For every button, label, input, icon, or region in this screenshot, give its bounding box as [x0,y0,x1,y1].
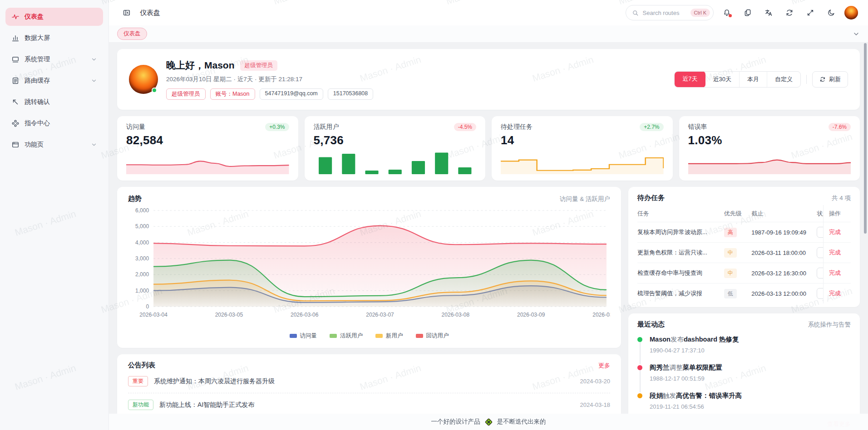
todo-title: 待办任务 [637,194,665,202]
activity-item: Mason发布dashboard 热修复 1990-04-27 17:37:10 [637,335,851,363]
avatar [129,65,158,94]
stat-card: 错误率 -7.6% 1.03% [679,116,860,181]
copy-icon [744,9,752,17]
todo-deadline: 1987-09-16 19:09:49 [751,222,817,243]
date-line: 2026年03月10日 星期二 · 近7天 · 更新于 21:28:17 [166,75,373,83]
todo-task: 检查缓存命中率与慢查询 [637,263,724,283]
todo-done-link[interactable]: 完成 [829,229,841,235]
legend-item[interactable]: 新用户 [375,332,403,340]
reload-button[interactable] [782,5,797,20]
announcement-row[interactable]: 重要 系统维护通知：本周六凌晨进行服务器升级 2024-03-20 [128,370,610,393]
search-box[interactable]: Ctrl K [626,5,714,20]
stat-delta-badge: -4.5% [454,123,476,131]
trend-legend: 访问量 活跃用户 新用户 [128,330,610,342]
sidebar-item[interactable]: 功能页 [5,136,103,154]
online-status-dot [152,88,157,93]
page-title: 仪表盘 [140,9,160,17]
sidebar-item[interactable]: 数据大屏 [5,29,103,47]
todo-deadline: 2026-03-13 12:00:00 [751,283,817,304]
todo-task: 复核本周访问异常波动原... [637,222,724,243]
sidebar-item[interactable]: 跳转确认 [5,93,103,111]
time-range-option[interactable]: 近7天 [674,71,705,88]
todo-done-link[interactable]: 完成 [829,290,841,297]
stat-card: 访问量 +0.3% 82,584 [117,116,298,181]
announcements-more-link[interactable]: 更多 [598,362,610,370]
activity-icon [11,13,20,21]
time-range-option[interactable]: 本月 [739,72,767,87]
announcement-date: 2024-03-18 [580,401,611,408]
priority-badge: 高 [724,228,737,237]
timeline-dot [637,365,642,370]
announcements-card: 公告列表 更多 重要 系统维护通知：本周六凌晨进行服务器升级 2024-03-2… [117,354,621,423]
trend-chart-card: 趋势 访问量 & 活跃用户 01,0002,0003,0004,0005,000… [117,187,621,348]
svg-text:1,000: 1,000 [135,288,149,294]
stat-delta-badge: -7.6% [829,123,851,131]
todo-row: 梳理告警阈值，减少误报 低 2026-03-13 12:00:00 完成 [637,283,851,304]
legend-swatch [330,334,337,338]
user-avatar[interactable] [844,6,858,20]
monitor-icon [11,55,20,64]
todo-task: 梳理告警阈值，减少误报 [637,283,724,304]
timeline-dot [637,393,642,398]
legend-swatch [416,334,423,338]
language-button[interactable] [761,5,776,20]
todo-done-link[interactable]: 完成 [829,249,841,256]
todo-done-link[interactable]: 完成 [829,269,841,276]
activity-item-time: 2019-11-21 06:54:56 [650,403,851,410]
legend-item[interactable]: 访问量 [290,332,317,340]
svg-text:2026-03-10: 2026-03-10 [592,312,610,318]
sidebar-item-label: 路由缓存 [25,77,50,85]
notifications-button[interactable] [719,5,735,20]
docs-button[interactable] [740,5,755,20]
col-action: 操作 [823,205,851,222]
stat-card: 待处理任务 +2.7% 14 [492,116,673,181]
footer: 一个好的设计产品 是不断迭代出来的 [109,414,868,430]
gamepad-icon [11,119,20,127]
announcement-row[interactable]: 新功能 新功能上线：AI智能助手正式发布 2024-03-18 [128,393,610,416]
expand-icon [806,9,814,17]
sidebar-item[interactable]: 路由缓存 [5,72,103,90]
todo-deadline: 2026-03-12 16:30:00 [751,263,817,283]
timeline-dot [637,337,642,342]
activity-item-time: 1988-12-17 00:51:59 [650,375,851,382]
dark-mode-button[interactable] [824,5,839,20]
user-tag: 547471919@qq.com [260,88,323,100]
tab-dashboard[interactable]: 仪表盘 [117,28,147,40]
stat-label: 错误率 [688,123,707,131]
legend-swatch [375,334,383,338]
sidebar-item-label: 系统管理 [25,55,50,64]
stat-delta-badge: +2.7% [640,123,663,131]
activity-item-title: 段娟触发高优告警：错误率升高 [650,391,851,400]
legend-swatch [290,334,297,338]
sidebar-item[interactable]: 仪表盘 [5,8,103,26]
legend-item[interactable]: 回访用户 [416,332,449,340]
refresh-icon [785,9,794,17]
time-range-option[interactable]: 近30天 [705,72,739,87]
search-input[interactable] [643,10,686,16]
todo-row: 更新角色权限：运营只读... 中 2026-03-11 18:00:00 完成 [637,243,851,263]
sidebar-collapse-button[interactable] [119,5,134,20]
stat-value: 5,736 [314,133,477,147]
tab-actions-chevron-icon[interactable] [853,30,860,38]
user-tag: 15170536808 [328,88,373,100]
scrollbar-thumb[interactable] [864,43,867,234]
stat-label: 访问量 [126,123,145,131]
legend-item[interactable]: 活跃用户 [330,332,363,340]
svg-text:2026-03-04: 2026-03-04 [139,312,168,318]
sidebar-item[interactable]: 系统管理 [5,50,103,68]
svg-text:6,000: 6,000 [135,207,149,214]
sidebar-menu: 仪表盘 数据大屏 系统管理 路由缓存 跳 [0,8,108,154]
status-button-clipped [817,268,823,279]
time-range-group: 近7天 近30天 本月 自定义 [674,71,801,88]
footer-text-left: 一个好的设计产品 [431,418,480,426]
status-button-clipped [817,227,823,238]
refresh-button[interactable]: 刷新 [812,71,848,88]
time-range-option[interactable]: 自定义 [767,72,800,87]
stat-sparkline [314,151,477,175]
stat-sparkline [688,151,851,175]
moon-icon [827,9,835,17]
todo-count: 共 4 项 [832,194,851,202]
fullscreen-button[interactable] [803,5,818,20]
stat-delta-badge: +0.3% [265,123,289,131]
sidebar-item[interactable]: 指令中心 [5,114,103,132]
